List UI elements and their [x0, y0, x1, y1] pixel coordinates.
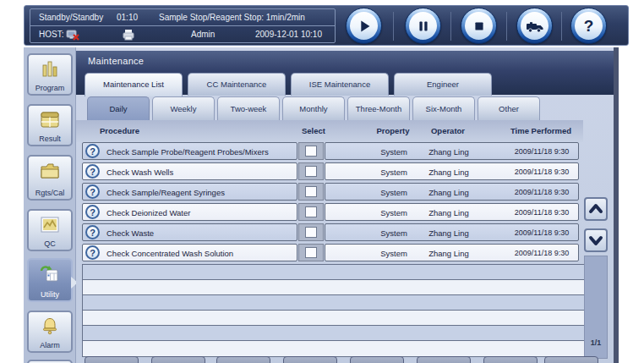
bottom-action-button[interactable]: [283, 356, 337, 363]
select-cell: [298, 244, 324, 261]
col-procedure: Procedure: [100, 126, 139, 135]
sidebar-item-alarm[interactable]: Alarm: [27, 311, 73, 353]
divider: [393, 12, 394, 41]
operator-value: Zhang Ling: [415, 168, 483, 177]
table-row: ? Check Concentrated Wash Solution: [82, 244, 297, 261]
window-right-border: [614, 47, 619, 363]
select-cell: [298, 203, 324, 221]
empty-row: [83, 341, 587, 356]
sidebar: Program Result Rgts/Cal: [24, 47, 76, 363]
subtab-daily[interactable]: Daily: [87, 96, 150, 120]
tab-engineer[interactable]: Engineer: [394, 73, 492, 96]
time-performed-value: 2009/11/18 9:30: [505, 147, 579, 156]
col-time-performed: Time Performed: [510, 126, 571, 135]
bottom-action-button[interactable]: [417, 356, 471, 363]
row-checkbox[interactable]: [305, 247, 317, 258]
time-performed-value: 2009/11/18 9:30: [505, 188, 579, 196]
info-icon[interactable]: ?: [85, 205, 100, 219]
table-row-detail: System Zhang Ling 2009/11/18 9:30: [325, 203, 579, 221]
info-icon[interactable]: ?: [85, 245, 100, 260]
time-performed-value: 2009/11/18 9:30: [505, 168, 579, 176]
alarm-bell-icon: [39, 316, 61, 341]
subtab-weekly[interactable]: Weekly: [152, 96, 215, 120]
procedure-name: Check Waste: [106, 228, 154, 238]
chevron-down-icon: [587, 234, 604, 247]
operator-value: Zhang Ling: [415, 147, 483, 157]
result-icon: [39, 109, 61, 135]
procedure-name: Check Sample/Reagent Syringes: [106, 188, 225, 197]
operator-value: Zhang Ling: [415, 249, 483, 258]
subtab-other[interactable]: Other: [478, 96, 540, 120]
row-checkbox[interactable]: [305, 227, 317, 238]
subtab-six-month[interactable]: Six-Month: [412, 96, 475, 120]
sidebar-item-program[interactable]: Program: [27, 53, 73, 96]
row-checkbox[interactable]: [305, 206, 317, 217]
select-cell: [298, 162, 324, 180]
sidebar-item-partial[interactable]: [27, 360, 73, 363]
table-row: ? Check Sample Probe/Reagent Probes/Mixe…: [82, 142, 297, 160]
procedure-name: Check Deionized Water: [106, 208, 190, 217]
procedure-name: Check Wash Wells: [106, 168, 173, 177]
divider: [506, 12, 507, 41]
pause-icon: [409, 12, 437, 40]
tab-cc-maintenance[interactable]: CC Maintenance: [188, 73, 286, 96]
stop-info: Sample Stop/Reagent Stop: 1min/2min: [159, 13, 305, 22]
bottom-action-button[interactable]: [216, 356, 270, 363]
time-performed-value: 2009/11/18 9:30: [505, 208, 579, 217]
bottom-action-button[interactable]: [85, 356, 139, 363]
printer-icon: [122, 29, 135, 45]
empty-row: [83, 280, 587, 295]
datetime: 2009-12-01 10:10: [255, 30, 322, 39]
status-row-2: HOST: Admin 2: [30, 27, 335, 43]
select-cell: [298, 142, 324, 160]
operator-value: Zhang Ling: [415, 228, 483, 238]
host-offline-icon: [66, 30, 80, 45]
stat-button[interactable]: [516, 8, 553, 44]
table-row-detail: System Zhang Ling 2009/11/18 9:30: [325, 244, 579, 261]
scroll-down-button[interactable]: [584, 228, 608, 252]
play-icon: [350, 12, 378, 40]
sidebar-item-rgtscal[interactable]: Rgts/Cal: [27, 155, 73, 201]
table-row: ? Check Wash Wells: [82, 162, 297, 180]
ambulance-icon: [521, 12, 548, 40]
time-performed-value: 2009/11/18 9:30: [505, 249, 579, 257]
folder-icon: [39, 160, 61, 185]
sidebar-item-utility[interactable]: Utility: [27, 258, 73, 302]
tab-maintenance-list[interactable]: Maintenance List: [85, 73, 183, 96]
bottom-action-button[interactable]: [544, 356, 598, 363]
sidebar-item-qc[interactable]: QC: [27, 209, 73, 251]
table-row-detail: System Zhang Ling 2009/11/18 9:30: [325, 183, 579, 201]
bottom-action-button[interactable]: [350, 356, 404, 363]
select-cell: [298, 183, 324, 201]
pause-button[interactable]: [405, 8, 441, 44]
program-icon: [39, 58, 61, 84]
info-icon[interactable]: ?: [85, 164, 100, 179]
table-header: Procedure Select Property Operator Time …: [76, 120, 583, 142]
bottom-action-button[interactable]: [151, 356, 205, 363]
col-operator: Operator: [431, 126, 465, 135]
status-box: Standby/Standby 01:10 Sample Stop/Reagen…: [30, 8, 336, 43]
subtab-monthly[interactable]: Monthly: [282, 96, 345, 120]
tab-ise-maintenance[interactable]: ISE Maintenance: [291, 73, 389, 96]
row-checkbox[interactable]: [305, 186, 317, 197]
subtab-three-month[interactable]: Three-Month: [347, 96, 410, 120]
empty-row: [83, 265, 587, 280]
table-row: ? Check Deionized Water: [82, 203, 297, 221]
procedure-name: Check Concentrated Wash Solution: [106, 249, 233, 258]
info-icon[interactable]: ?: [85, 184, 100, 199]
sidebar-item-result[interactable]: Result: [27, 104, 73, 146]
bottom-action-button[interactable]: [483, 356, 538, 363]
col-select: Select: [302, 126, 325, 135]
subtab-two-week[interactable]: Two-week: [217, 96, 280, 120]
help-button[interactable]: ?: [570, 8, 607, 44]
start-button[interactable]: [346, 8, 382, 44]
info-icon[interactable]: ?: [85, 144, 100, 158]
scroll-up-button[interactable]: [584, 197, 608, 221]
countdown-timer: 01:10: [117, 13, 138, 22]
row-checkbox[interactable]: [305, 146, 317, 157]
utility-icon: [39, 263, 61, 289]
empty-row: [83, 295, 587, 311]
stop-button[interactable]: [461, 8, 497, 44]
row-checkbox[interactable]: [305, 166, 317, 177]
info-icon[interactable]: ?: [85, 225, 100, 239]
